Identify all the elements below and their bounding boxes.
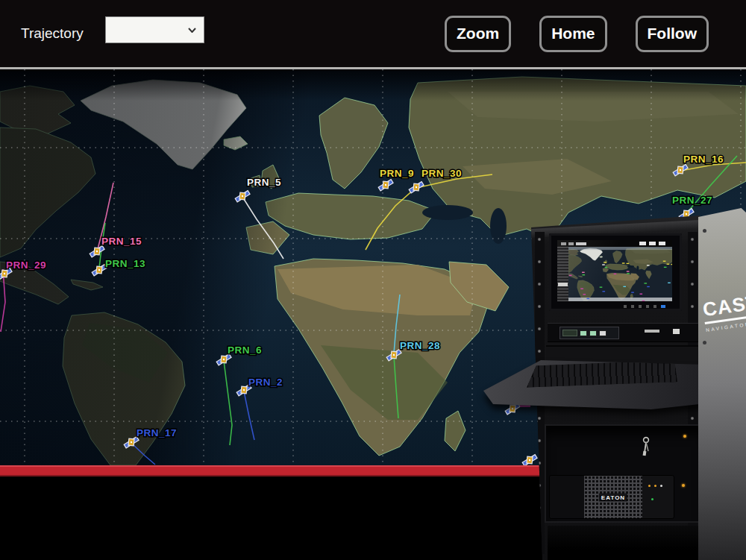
- equipment-cabinet: EATON CAST NAVIGATOR: [481, 207, 746, 560]
- keys-icon: [640, 436, 652, 459]
- instrument-button: [580, 330, 587, 336]
- mini-satellite-marker: [614, 274, 617, 274]
- satellite-label: PRN_6: [228, 345, 262, 356]
- toolbar: Trajectory Zoom Home Follow: [0, 0, 746, 67]
- zoom-button[interactable]: Zoom: [445, 16, 511, 52]
- mini-satellite-marker: [602, 264, 605, 265]
- mini-satellite-marker: [627, 273, 630, 274]
- monitor-screen: [557, 240, 672, 301]
- mini-app-sidebar: [557, 247, 568, 301]
- mini-satellite-marker: [664, 267, 667, 268]
- mini-satellite-marker: [582, 274, 585, 275]
- toolbar-buttons: Zoom Home Follow: [445, 16, 709, 52]
- satellite-label: PRN_29: [6, 259, 46, 271]
- instrument-panel: [560, 327, 619, 339]
- mini-satellite-marker: [623, 286, 626, 287]
- mini-satellite-marker: [647, 286, 650, 287]
- satellite-label: PRN_13: [105, 258, 145, 269]
- mini-satellite-marker: [644, 283, 647, 283]
- ups-controls: [642, 476, 674, 518]
- mini-satellite-marker: [580, 289, 583, 289]
- blank-panel: [546, 345, 703, 387]
- home-button[interactable]: Home: [539, 16, 606, 52]
- status-led: [682, 484, 685, 487]
- instrument-display: [562, 330, 577, 336]
- brand-logo: CAST NAVIGATOR: [701, 291, 746, 333]
- satellite-label: PRN_5: [247, 177, 281, 188]
- mini-app-map: [568, 247, 672, 301]
- ups-logo: EATON: [599, 493, 627, 501]
- brand-name: CAST: [701, 291, 746, 324]
- mini-satellite-marker: [627, 271, 630, 271]
- mini-satellite-marker: [569, 275, 572, 276]
- mini-satellite-marker: [600, 286, 603, 287]
- mini-satellite-marker: [602, 291, 605, 292]
- mini-app-toolbar: [557, 240, 672, 247]
- satellite-label: PRN_28: [400, 340, 440, 351]
- satellite-label: PRN_16: [683, 154, 724, 165]
- satellite-label: PRN_17: [137, 427, 177, 438]
- mini-satellite-marker: [586, 298, 589, 299]
- cabinet-side: CAST NAVIGATOR: [698, 207, 746, 560]
- chevron-down-icon: [188, 28, 196, 33]
- mini-satellite-marker: [627, 263, 630, 264]
- follow-button[interactable]: Follow: [636, 16, 709, 52]
- instrument-button: [599, 330, 606, 336]
- mini-satellite-marker: [642, 301, 645, 301]
- mini-satellite-marker: [639, 294, 642, 295]
- mini-satellite-marker: [663, 261, 666, 262]
- satellite-label: PRN_9: [380, 168, 414, 179]
- mini-satellite-marker: [605, 267, 608, 268]
- mini-satellite-marker: [671, 264, 672, 265]
- satellite-label: PRN_15: [101, 236, 142, 247]
- satellite-label: PRN_30: [421, 168, 462, 179]
- cabinet-front: EATON: [531, 214, 700, 560]
- trajectory-label: Trajectory: [21, 25, 84, 42]
- ups-grille: EATON: [584, 476, 642, 518]
- satellite-label: PRN_27: [672, 195, 712, 206]
- mini-satellite-marker: [622, 262, 625, 263]
- cabinet-plinth: [548, 526, 703, 560]
- monitor: [549, 233, 682, 311]
- mini-satellite-marker: [582, 272, 585, 273]
- instrument-button: [589, 330, 597, 336]
- mini-satellite-marker: [583, 294, 586, 295]
- control-unit: [548, 323, 701, 342]
- ups-unit: EATON: [550, 476, 674, 518]
- toolbar-separator: [0, 67, 746, 69]
- unit-label: [645, 330, 659, 333]
- rack-rail-left: [535, 232, 545, 554]
- mini-satellite-marker: [604, 262, 607, 262]
- mini-satellite-marker: [667, 264, 670, 265]
- mini-satellite-marker: [668, 283, 671, 283]
- trajectory-dropdown[interactable]: [105, 16, 204, 43]
- status-led: [683, 435, 686, 438]
- satellite-label: PRN_2: [248, 377, 283, 388]
- mini-satellite-marker: [647, 265, 650, 265]
- window: { "toolbar": { "trajectory_label": "Traj…: [0, 0, 746, 560]
- mini-satellite-marker: [631, 292, 634, 292]
- drive-slot: [673, 329, 680, 334]
- ups-panel: [550, 476, 584, 518]
- monitor-buttons: [624, 305, 665, 308]
